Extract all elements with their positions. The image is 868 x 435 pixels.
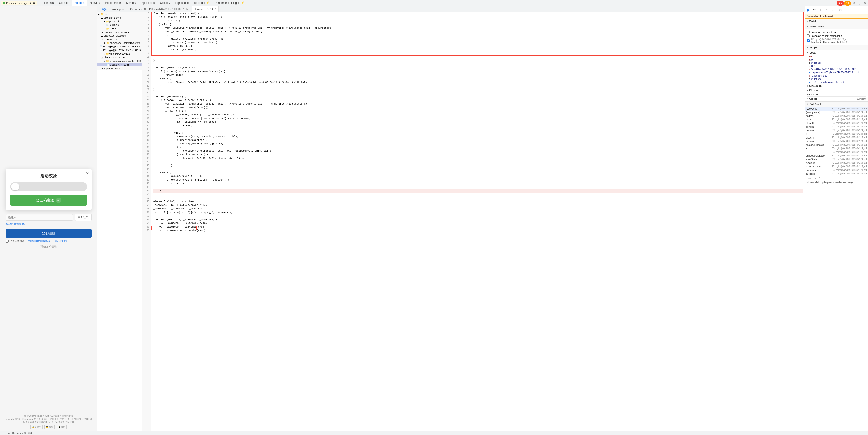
slide-handle[interactable] [11,183,19,190]
call-stack-item-3[interactable]: closePCLogin@6ac20ff...015894124.js:1 [805,118,868,121]
refresh-btn[interactable]: 重新获取 [75,214,92,221]
step-out-btn[interactable]: ↑ [824,7,829,13]
other-login[interactable]: 其他方式登录 [6,245,92,248]
tab-lighthouse[interactable]: Lighthouse [173,0,191,6]
warnings-badge[interactable]: ⚠ 5 [844,1,851,6]
play-icon[interactable]: ▶ [30,2,31,4]
step-into-btn[interactable]: ↓ [817,7,823,13]
tab-network[interactable]: Network [87,0,103,6]
verify-btn[interactable]: 验证码发送 ✓ [10,195,87,206]
tree-item-wza[interactable]: ▶ 📁 wza/prd/20220112 [97,52,142,56]
step-over-btn[interactable]: ↷ [812,7,817,13]
errors-badge[interactable]: ▲ 2 [837,1,844,6]
left-panel: ✕ 滑动校验 验证码发送 ✓ 重新获取 [0,6,97,431]
code-area[interactable]: 1234567891011121314151617181920212223242… [143,12,805,431]
call-stack-item-8[interactable]: closeAllPCLogin@6ac20ff...015894124.js:1 [805,136,868,139]
deactivate-btn[interactable]: ⊘ [838,7,843,13]
tree-item-pclogin2[interactable]: 📄 PCLogin@6ac20ffeb25015894124 [97,48,142,52]
scope-s: s: "18766654322" [809,74,866,77]
scope-header[interactable]: ▼ Scope [805,45,868,50]
step-btn[interactable]: → [829,7,835,13]
tab-recorder[interactable]: Recorder ⚡ [191,0,212,6]
voice-code-link[interactable]: 获取语音验证码 [6,222,92,226]
local-scope-header[interactable]: ▼ Local [807,51,866,55]
tree-item-picbed[interactable]: ☁ picbed.qunarzz.com [97,34,142,37]
tree-item-common[interactable]: ☁ common.qunar.zz.com [97,30,142,34]
tree-item-user-qunar[interactable]: ☁ user.qunar.com [97,16,142,20]
login-btn[interactable]: 登录/注册 [6,229,92,238]
call-stack-item-14[interactable]: a.setStatePCLogin@6ac20ff...015894124.js… [805,158,868,161]
nav-tab-page[interactable]: Page [98,6,109,12]
tab-memory[interactable]: Memory [123,0,138,6]
call-stack-item-4[interactable]: closeAllPCLogin@6ac20ff...015894124.js:1 [805,121,868,125]
closure-header[interactable]: ▶ Closure [807,88,866,93]
breakpoints-header[interactable]: ▼ Breakpoints [805,24,868,29]
tree-item-q-qunar[interactable]: ☁ q.qunar.com [97,37,142,41]
tree-item-login-jsp[interactable]: 📄 login.jsp [97,23,142,27]
tree-item-qlogj[interactable]: 📄 qlogj.js?t=472783 [97,63,142,66]
call-stack-item-0[interactable]: n.getCodePCLogin@6ac20ff...015894124.js:… [805,107,868,110]
code-view-toggle[interactable]: ⊞ [143,7,147,11]
call-stack-item-5[interactable]: performPCLogin@6ac20ff...015894124.js:1 [805,125,868,129]
callstack-header[interactable]: ▼ Call Stack [805,102,868,107]
tree-item-top[interactable]: ▶ 📁 top [97,12,142,16]
call-stack-item-6[interactable]: performPCLogin@6ac20ff...015894124.js:1 [805,129,868,132]
tab-sources[interactable]: Sources [72,0,87,6]
more-btn[interactable]: ⋮ [857,1,862,6]
bp-checkbox-1[interactable] [807,39,810,42]
resume-btn[interactable]: ▶ [806,7,811,13]
modal-close-btn[interactable]: ✕ [86,171,89,175]
settings-btn[interactable]: ⚙ [851,1,856,6]
nav-tab-workspace[interactable]: Workspace [110,6,127,12]
nav-tab-overrides[interactable]: Overrides [128,6,144,12]
tree-item-qimgs[interactable]: ☁ qimgs.qunarzz.com [97,56,142,59]
watch-header[interactable]: ▶ Watch [805,19,868,24]
code-content[interactable]: function _0x47bb39(_0x29235d) { if (_0x5… [152,12,805,232]
tree-item-passport[interactable]: ▶ 📁 passport [97,20,142,23]
pause-caught-checkbox[interactable] [807,34,810,37]
slide-track[interactable] [10,182,87,191]
call-stack-item-9[interactable]: performPCLogin@6ac20ff...015894124.js:1 [805,139,868,143]
verify-code-input[interactable] [6,214,73,221]
terms-link[interactable]: 【去哪儿用户服务协议】 [25,239,53,243]
tab-close-btn[interactable]: ✕ [214,8,216,10]
code-tab-qlogj[interactable]: qlogj.js?t=472783 ✕ [192,6,219,12]
global-header[interactable]: ▶ Global Window [807,97,866,101]
agree-checkbox[interactable] [6,240,8,243]
tree-item-pf-piccolo[interactable]: ▼ 📁 pf_piccolo_defense_fe_0001 [97,59,142,63]
pause-exceptions-btn[interactable]: ⏸ [844,7,849,13]
line-num-46: 46 [143,174,150,178]
close-devtools-btn[interactable]: ✕ [862,1,867,6]
call-stack-item-1[interactable]: (anonymous)PCLogin@6ac20ff...015894124.j… [805,110,868,114]
call-stack-item-18[interactable]: successPCLogin@6ac20ff...015894124.js:1 [805,172,868,175]
tree-item-homepage[interactable]: ▼ 📁 homepage_login/prd/scripts [97,41,142,45]
closure3-header[interactable]: ▶ Closure [807,93,866,97]
call-stack-item-12[interactable]: lPCLogin@6ac20ff...015894124.js:1 [805,150,868,154]
tab-perf-insights[interactable]: Performance insights ⚡ [212,0,247,6]
call-stack-item-15[interactable]: n.getCstPCLogin@6ac20ff...015894124.js:1 [805,161,868,165]
call-stack-item-10[interactable]: batchedUpdatesPCLogin@6ac20ff...01589412… [805,143,868,147]
code-tab-pclogin[interactable]: PCLogin@6ac20ff...25015894724.js [147,6,192,12]
tab-security[interactable]: Security [157,0,173,6]
call-stack-item-13[interactable]: enqueueCallbackPCLogin@6ac20ff...0158941… [805,154,868,158]
code-line-21: } [153,84,803,88]
tab-application[interactable]: Application [139,0,158,6]
tree-item-qcode[interactable]: 📁 qcode [97,27,142,30]
privacy-link[interactable]: 《隐私改变》 [54,239,68,243]
call-stack-item-11[interactable]: xPCLogin@6ac20ff...015894124.js:1 [805,147,868,150]
tree-item-s-qunar[interactable]: ☁ s.qunarzz.com [97,66,142,70]
call-stack-item-2[interactable]: notifyAllPCLogin@6ac20ff...015894124.js:… [805,114,868,118]
call-stack-item-16[interactable]: n.sliderFinishPCLogin@6ac20ff...01589412… [805,165,868,168]
tab-elements[interactable]: Elements [39,0,56,6]
tree-item-pclogin1[interactable]: 📄 PCLogin@6ac20ffeb25015894512 [97,45,142,48]
tab-console[interactable]: Console [57,0,72,6]
code-line-54: _0x6bf389 = Date[_0x5a69('0x324')](); [153,203,803,207]
record-icon[interactable]: ⏺ [33,2,35,4]
call-stack-item-17[interactable]: onFinishedPCLogin@6ac20ff...015894124.js… [805,168,868,172]
verify-icon: ✓ [56,198,61,203]
call-stack-item-7[interactable]: SPCLogin@6ac20ff...015894124.js:1 [805,132,868,136]
closure-t-header[interactable]: ▶ Closure (t) [807,84,866,88]
pause-uncaught-checkbox[interactable] [807,31,810,33]
tab-performance[interactable]: Performance [103,0,124,6]
code-line-23 [153,91,803,95]
